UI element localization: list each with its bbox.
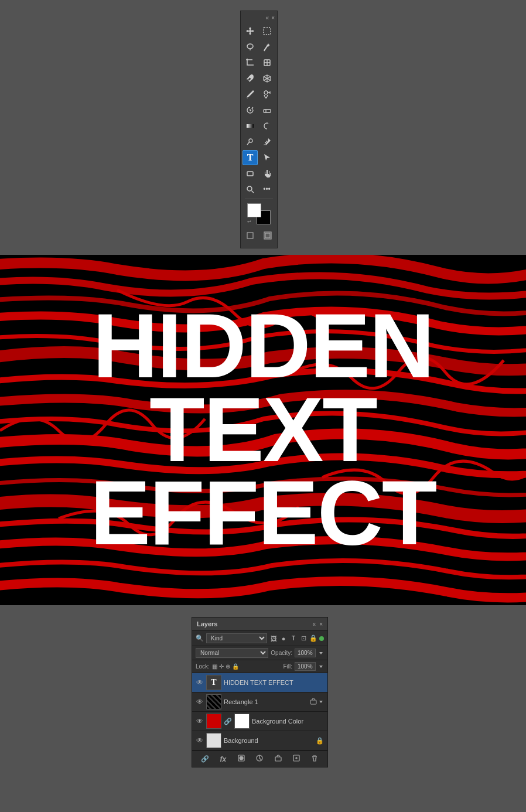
lasso-tool[interactable] xyxy=(242,39,258,54)
filter-text-icon[interactable]: T xyxy=(289,635,298,642)
layer-fx-button[interactable]: fx xyxy=(217,755,230,763)
crop-tool[interactable] xyxy=(242,55,258,70)
canvas-area: HIDDEN TEXT EFFECT xyxy=(0,255,526,605)
layer-delete-button[interactable] xyxy=(308,754,321,764)
layer-name-4: Background xyxy=(224,737,313,744)
path-select-tool[interactable] xyxy=(259,150,275,165)
layers-panel-header: Layers « × xyxy=(192,617,327,631)
opacity-chevron-icon xyxy=(318,650,324,656)
svg-rect-25 xyxy=(310,700,316,704)
layer-thumb-1: T xyxy=(206,675,221,690)
svg-point-19 xyxy=(247,186,252,191)
blur-tool[interactable] xyxy=(259,118,275,134)
pen-tool[interactable] xyxy=(259,134,275,149)
tool-panel: « × xyxy=(240,11,278,248)
layers-search-row: 🔍 Kind Name Effect 🖼 ● T ⊡ 🔒 xyxy=(192,631,327,646)
svg-rect-15 xyxy=(247,124,254,128)
layers-bottom-toolbar: 🔗 fx xyxy=(192,750,327,767)
smart-object-icon xyxy=(310,698,317,705)
layer-expand-icon-2[interactable] xyxy=(318,699,324,705)
layers-filter-icons: 🖼 ● T ⊡ 🔒 xyxy=(269,634,324,642)
lock-all-icon[interactable]: 🔒 xyxy=(232,663,239,670)
layers-lock-label: Lock: xyxy=(196,663,210,670)
svg-point-1 xyxy=(247,44,253,49)
layer-extra-2 xyxy=(310,698,324,705)
eyedropper-tool[interactable] xyxy=(242,71,258,86)
layers-blend-select[interactable]: Normal Multiply Screen Overlay xyxy=(196,648,268,658)
clone-stamp-tool[interactable] xyxy=(259,87,275,102)
color-swatches[interactable]: ↩ xyxy=(247,203,271,224)
layers-opacity-value[interactable]: 100% xyxy=(295,649,316,657)
layer-mask-button[interactable] xyxy=(235,754,248,764)
filter-smart-icon[interactable]: 🔒 xyxy=(309,634,317,642)
svg-rect-13 xyxy=(264,110,271,112)
text-tool[interactable]: T xyxy=(242,150,258,165)
canvas-text-line2: TEXT xyxy=(149,388,377,472)
filter-pixel-icon[interactable]: 🖼 xyxy=(269,635,278,642)
brush-tool[interactable] xyxy=(242,87,258,102)
layer-eye-icon-1[interactable]: 👁 xyxy=(196,678,204,687)
layer-name-1: HIDDEN TEXT EFFECT xyxy=(224,679,324,686)
3d-tool[interactable] xyxy=(259,71,275,86)
move-tool[interactable] xyxy=(242,23,258,39)
tool-panel-close[interactable]: × xyxy=(271,15,275,21)
layer-adjustment-button[interactable] xyxy=(253,754,266,764)
svg-point-10 xyxy=(264,91,268,94)
layer-link-button[interactable]: 🔗 xyxy=(199,755,211,763)
canvas-background: HIDDEN TEXT EFFECT xyxy=(0,255,526,605)
layers-panel-title: Layers xyxy=(197,620,217,627)
svg-rect-18 xyxy=(247,172,253,176)
fill-chevron-icon xyxy=(318,664,324,670)
layers-fill-value[interactable]: 100% xyxy=(295,662,316,671)
marquee-tool[interactable] xyxy=(259,23,275,39)
screen-mode-full[interactable] xyxy=(260,228,275,243)
lock-position-icon[interactable]: ✛ xyxy=(219,663,224,670)
swatch-reset-icon[interactable]: ↩ xyxy=(247,219,251,224)
screen-mode-standard[interactable] xyxy=(242,228,258,243)
more-tools[interactable]: ••• xyxy=(259,182,275,197)
history-brush-tool[interactable] xyxy=(242,103,258,118)
hand-tool[interactable] xyxy=(259,166,275,181)
filter-shape-icon[interactable]: ⊡ xyxy=(299,634,308,642)
layer-eye-icon-4[interactable]: 👁 xyxy=(196,736,204,745)
tool-panel-header: « × xyxy=(241,13,277,22)
filter-adj-icon[interactable]: ● xyxy=(279,635,288,642)
layer-group-button[interactable] xyxy=(272,754,285,764)
layer-link-icon-3: 🔗 xyxy=(224,718,232,725)
lock-pixels-icon[interactable]: ▦ xyxy=(212,663,217,670)
layers-lock-icons: ▦ ✛ ⊕ 🔒 xyxy=(212,663,239,670)
layer-thumb-2 xyxy=(206,694,221,709)
patch-tool[interactable] xyxy=(259,55,275,70)
layer-row-background[interactable]: 👁 Background 🔒 xyxy=(192,731,327,750)
tool-panel-collapse[interactable]: « xyxy=(266,15,269,21)
svg-rect-29 xyxy=(275,757,281,761)
canvas-text-line1: HIDDEN xyxy=(93,305,433,388)
shape-tool[interactable] xyxy=(242,166,258,181)
svg-rect-21 xyxy=(247,233,253,238)
layer-thumb-3b xyxy=(234,714,250,729)
layers-blend-row: Normal Multiply Screen Overlay Opacity: … xyxy=(192,646,327,660)
layer-row-background-color[interactable]: 👁 🔗 Background Color xyxy=(192,712,327,731)
canvas-text-line3: EFFECT xyxy=(90,472,436,555)
svg-line-20 xyxy=(252,191,254,193)
layers-kind-select[interactable]: Kind Name Effect xyxy=(206,633,267,643)
layer-eye-icon-2[interactable]: 👁 xyxy=(196,698,204,706)
layers-panel-collapse[interactable]: « xyxy=(313,621,316,627)
magic-wand-tool[interactable] xyxy=(259,39,275,54)
lock-artboards-icon[interactable]: ⊕ xyxy=(226,663,230,670)
svg-rect-0 xyxy=(264,28,271,35)
layer-name-2: Rectangle 1 xyxy=(224,698,308,705)
layer-thumb-3a xyxy=(206,714,221,729)
dodge-tool[interactable] xyxy=(242,134,258,149)
layers-panel-close[interactable]: × xyxy=(319,621,323,627)
extra-icons-row xyxy=(242,228,275,243)
layer-row-hidden-text-effect[interactable]: 👁 T HIDDEN TEXT EFFECT xyxy=(192,673,327,692)
eraser-tool[interactable] xyxy=(259,103,275,118)
layer-eye-icon-3[interactable]: 👁 xyxy=(196,717,204,725)
layer-new-button[interactable] xyxy=(290,754,303,764)
layer-row-rectangle-1[interactable]: 👁 Rectangle 1 xyxy=(192,692,327,712)
gradient-tool[interactable] xyxy=(242,118,258,134)
foreground-color-swatch[interactable] xyxy=(247,203,261,217)
svg-point-27 xyxy=(240,756,243,760)
zoom-tool[interactable] xyxy=(242,182,258,197)
